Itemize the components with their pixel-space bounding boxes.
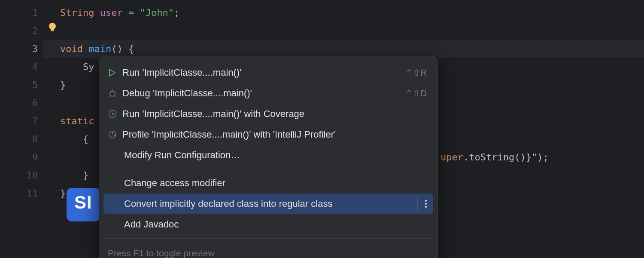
menu-coverage[interactable]: Run 'ImplicitClasse....main()' with Cove… (99, 104, 437, 124)
gutter-row-2[interactable]: 2 (0, 22, 43, 40)
menu-separator (103, 169, 433, 169)
gutter-row-1[interactable]: 1 (0, 3, 43, 22)
line-number: 7 (32, 116, 38, 126)
code-line-2[interactable] (60, 22, 644, 40)
gutter-row-4[interactable]: 4 (0, 58, 43, 76)
tok-keyword: void (60, 43, 83, 54)
line-number: 5 (32, 80, 38, 90)
menu-convert-class[interactable]: Convert implicitly declared class into r… (103, 194, 433, 214)
context-menu: Run 'ImplicitClasse....main()' ⌃⇧R Debug… (99, 56, 438, 258)
hint-badge: SI (67, 188, 100, 221)
gutter-row-9[interactable]: 9 (0, 148, 43, 166)
line-number: 9 (32, 152, 38, 163)
svg-line-7 (110, 95, 111, 97)
gutter-row-6[interactable]: 6 (0, 94, 43, 112)
shield-icon (108, 109, 122, 119)
svg-point-12 (425, 203, 427, 205)
bug-icon (108, 89, 122, 98)
menu-label: Run 'ImplicitClasse....main()' (122, 67, 405, 78)
popup-hint: Press F1 to toggle preview (99, 242, 437, 258)
svg-rect-0 (51, 31, 54, 31)
line-number: 11 (27, 188, 38, 199)
line-number: 6 (32, 98, 38, 108)
gutter-row-5[interactable]: 5 (0, 76, 43, 94)
menu-modify-run-config[interactable]: Modify Run Configuration… (99, 145, 437, 166)
svg-point-11 (425, 200, 427, 202)
menu-label: Debug 'ImplicitClasse....main()' (122, 88, 405, 99)
line-number: 3 (32, 43, 38, 54)
menu-label: Run 'ImplicitClasse....main()' with Cove… (122, 108, 427, 120)
menu-add-javadoc[interactable]: Add Javadoc (99, 214, 437, 235)
code-line-1[interactable]: String user = "John"; (60, 3, 644, 22)
play-icon (108, 68, 122, 77)
line-number: 10 (27, 170, 38, 181)
menu-label: Modify Run Configuration… (124, 150, 427, 161)
gutter-row-3[interactable]: 3 (0, 40, 43, 58)
gutter-row-11[interactable]: 11 (0, 184, 43, 202)
tok-identifier: user (100, 7, 123, 18)
gutter-row-10[interactable]: 10 (0, 166, 43, 184)
tok-keyword: static (60, 116, 94, 126)
tok-string: "John" (140, 7, 173, 18)
gutter: 1 2 3 4 5 6 7 8 9 10 11 (0, 0, 43, 258)
menu-label: Add Javadoc (124, 219, 427, 230)
svg-line-5 (110, 91, 111, 92)
menu-profile[interactable]: Profile 'ImplicitClasse....main()' with … (99, 124, 437, 145)
svg-point-13 (425, 206, 427, 208)
svg-line-6 (114, 91, 115, 92)
line-number: 1 (32, 7, 38, 18)
menu-shortcut: ⌃⇧R (405, 68, 427, 78)
menu-change-access[interactable]: Change access modifier (99, 173, 437, 194)
more-options-icon[interactable] (417, 198, 427, 210)
menu-label: Change access modifier (124, 178, 427, 189)
menu-shortcut: ⌃⇧D (405, 88, 427, 98)
menu-separator (103, 238, 433, 239)
gutter-row-8[interactable]: 8 (0, 130, 43, 148)
profiler-icon (108, 130, 122, 139)
line-number: 4 (32, 61, 38, 72)
tok-function: main (88, 43, 111, 54)
menu-label: Convert implicitly declared class into r… (124, 198, 417, 209)
svg-line-8 (114, 95, 115, 97)
code-line-3[interactable]: void main() { (43, 40, 644, 58)
gutter-row-7[interactable]: 7 (0, 112, 43, 130)
menu-debug[interactable]: Debug 'ImplicitClasse....main()' ⌃⇧D (99, 83, 437, 104)
line-number: 8 (32, 134, 38, 144)
intention-bulb-icon[interactable] (47, 18, 58, 36)
menu-label: Profile 'ImplicitClasse....main()' with … (122, 129, 427, 140)
menu-run[interactable]: Run 'ImplicitClasse....main()' ⌃⇧R (99, 62, 437, 83)
line-number: 2 (32, 25, 38, 36)
tok-type: String (60, 7, 94, 18)
